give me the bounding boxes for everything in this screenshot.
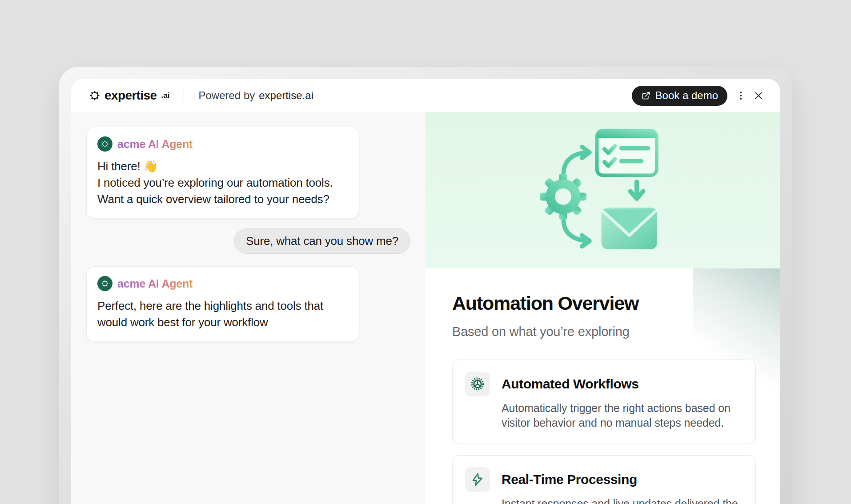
feature-body: Instant responses and live updates deliv… [502, 496, 743, 504]
agent-message-card: acme AI Agent Perfect, here are the high… [86, 266, 359, 342]
agent-message-line: Want a quick overview tailored to your n… [97, 191, 348, 208]
brand-tld: .ai [161, 91, 170, 100]
chat-widget-window: expertise.ai Powered by expertise.ai Boo… [71, 79, 780, 504]
agent-burst-icon [100, 279, 109, 288]
agent-avatar [97, 276, 112, 291]
book-demo-label: Book a demo [655, 89, 718, 102]
widget-frame: expertise.ai Powered by expertise.ai Boo… [59, 67, 792, 504]
kebab-menu-icon [735, 90, 746, 101]
agent-avatar [97, 136, 112, 152]
feature-body: Automatically trigger the right actions … [502, 401, 743, 430]
brand-name: expertise [104, 88, 157, 103]
icon-badge [465, 467, 490, 492]
panel-title: Automation Overview [452, 292, 756, 314]
close-widget-button[interactable] [751, 88, 767, 104]
curved-arrow-icon [563, 147, 589, 172]
agent-message-card: acme AI Agent Hi there! 👋 I noticed you’… [86, 127, 359, 219]
automation-illustration [426, 112, 780, 268]
powered-by-label: Powered by [198, 89, 255, 102]
more-options-button[interactable] [733, 88, 749, 104]
widget-header: expertise.ai Powered by expertise.ai Boo… [71, 79, 780, 112]
workflow-illustration [536, 128, 670, 252]
agent-burst-icon [100, 140, 109, 148]
header-divider [184, 88, 184, 103]
agent-name: acme AI Agent [117, 138, 193, 151]
feature-card-automated-workflows: Automated Workflows Automatically trigge… [452, 360, 756, 444]
icon-badge [465, 372, 490, 396]
powered-by-brand: expertise.ai [259, 89, 313, 102]
brand-logo: expertise.ai [89, 88, 169, 103]
gear-icon [470, 377, 485, 391]
lightning-icon [470, 472, 485, 487]
agent-message-line: Hi there! 👋 [97, 158, 348, 175]
agent-message-line: I noticed you’re exploring our automatio… [97, 175, 348, 191]
user-message-bubble: Sure, what can you show me? [234, 228, 410, 254]
curved-arrow-icon [563, 221, 589, 246]
overview-panel: Automation Overview Based on what you’re… [426, 112, 780, 504]
checklist-illustration [597, 131, 656, 176]
book-demo-button[interactable]: Book a demo [632, 86, 727, 106]
panel-subtitle: Based on what you’re exploring [452, 324, 756, 339]
feature-title: Real-Time Processing [502, 472, 743, 487]
powered-by: Powered by expertise.ai [198, 89, 313, 102]
envelope-illustration [601, 208, 657, 249]
feature-card-real-time-processing: Real-Time Processing Instant responses a… [452, 455, 756, 504]
expertise-burst-logo-icon [89, 90, 100, 101]
agent-name: acme AI Agent [117, 277, 193, 290]
feature-title: Automated Workflows [502, 376, 743, 392]
down-arrow-icon [630, 182, 643, 199]
close-icon [753, 90, 764, 101]
agent-message-line: Perfect, here are the highlights and too… [97, 298, 348, 331]
external-link-icon [641, 91, 650, 100]
chat-conversation: acme AI Agent Hi there! 👋 I noticed you’… [71, 112, 426, 504]
